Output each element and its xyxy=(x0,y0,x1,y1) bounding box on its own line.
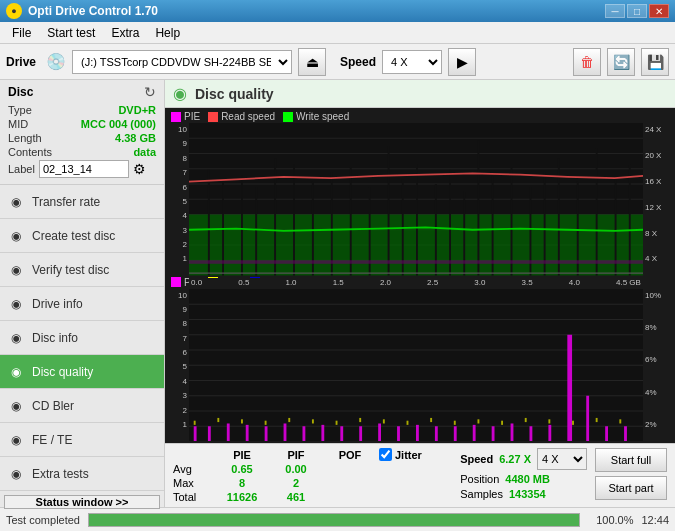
menu-extra[interactable]: Extra xyxy=(103,24,147,42)
svg-rect-50 xyxy=(208,426,211,441)
sidebar-item-label: Disc quality xyxy=(32,365,93,379)
svg-rect-72 xyxy=(624,426,627,441)
col-header-pif: PIF xyxy=(271,449,321,461)
sidebar-item-fe-te[interactable]: ◉ FE / TE xyxy=(0,423,164,457)
stats-table-container: PIE PIF POF Jitter Avg 0.65 0.00 xyxy=(173,448,452,503)
status-bar: Test completed 100.0% 12:44 xyxy=(0,507,675,531)
max-label: Max xyxy=(173,477,213,489)
disc-quality-title: Disc quality xyxy=(195,86,274,102)
drive-label: Drive xyxy=(6,55,36,69)
svg-rect-70 xyxy=(586,395,589,441)
svg-rect-63 xyxy=(454,426,457,441)
save-button[interactable]: 💾 xyxy=(641,48,669,76)
speed-value: 6.27 X xyxy=(499,453,531,465)
svg-rect-64 xyxy=(473,424,476,441)
menu-file[interactable]: File xyxy=(4,24,39,42)
speed-select[interactable]: 4 X xyxy=(382,50,442,74)
chart1-xaxis-6: 3.0 xyxy=(474,278,485,287)
chart1-xaxis-8: 4.0 xyxy=(569,278,580,287)
stats-area: PIE PIF POF Jitter Avg 0.65 0.00 xyxy=(165,443,675,507)
avg-pie: 0.65 xyxy=(217,463,267,475)
jitter-checkbox[interactable] xyxy=(379,448,392,461)
svg-rect-11 xyxy=(208,170,210,276)
svg-rect-71 xyxy=(605,426,608,441)
svg-rect-85 xyxy=(477,419,479,423)
disc-label-input[interactable] xyxy=(39,160,129,178)
chart1: 10 9 8 7 6 5 4 3 2 1 xyxy=(167,123,673,276)
disc-refresh-icon[interactable]: ↻ xyxy=(144,84,156,100)
maximize-button[interactable]: □ xyxy=(627,4,647,18)
svg-rect-52 xyxy=(246,424,249,441)
svg-rect-73 xyxy=(194,420,196,424)
refresh-button[interactable]: 🔄 xyxy=(607,48,635,76)
drive-select[interactable]: (J:) TSSTcorp CDDVDW SH-224BB SB01 xyxy=(72,50,292,74)
progress-container xyxy=(88,513,580,527)
sidebar-item-cd-bler[interactable]: ◉ CD Bler xyxy=(0,389,164,423)
svg-rect-15 xyxy=(274,158,276,275)
erase-button[interactable]: 🗑 xyxy=(573,48,601,76)
sidebar-item-create-test-disc[interactable]: ◉ Create test disc xyxy=(0,219,164,253)
sidebar-item-disc-info[interactable]: ◉ Disc info xyxy=(0,321,164,355)
drive-eject-button[interactable]: ⏏ xyxy=(298,48,326,76)
progress-percent: 100.0% xyxy=(588,514,633,526)
charts-area: PIE Read speed Write speed 10 9 xyxy=(165,108,675,443)
svg-rect-87 xyxy=(525,417,527,421)
sidebar-item-label: Create test disc xyxy=(32,229,115,243)
sidebar-item-verify-test-disc[interactable]: ◉ Verify test disc xyxy=(0,253,164,287)
chart1-xaxis-0: 0.0 xyxy=(191,278,202,287)
speed-apply-button[interactable]: ▶ xyxy=(448,48,476,76)
menu-bar: File Start test Extra Help xyxy=(0,22,675,44)
jitter-checkbox-container: Jitter xyxy=(379,448,422,461)
disc-length-label: Length xyxy=(8,132,42,144)
disc-type-value: DVD+R xyxy=(118,104,156,116)
action-buttons: Start full Start part xyxy=(595,448,667,500)
close-button[interactable]: ✕ xyxy=(649,4,669,18)
disc-label-icon[interactable]: ⚙ xyxy=(133,161,146,177)
sidebar-item-extra-tests[interactable]: ◉ Extra tests xyxy=(0,457,164,491)
sidebar-item-disc-quality[interactable]: ◉ Disc quality xyxy=(0,355,164,389)
svg-rect-55 xyxy=(303,426,306,441)
svg-rect-53 xyxy=(265,426,268,441)
svg-rect-80 xyxy=(359,417,361,421)
status-window-button[interactable]: Status window >> xyxy=(4,495,160,509)
avg-label: Avg xyxy=(173,463,213,475)
svg-rect-57 xyxy=(340,426,343,441)
svg-rect-51 xyxy=(227,423,230,441)
start-part-button[interactable]: Start part xyxy=(595,476,667,500)
svg-rect-19 xyxy=(350,168,352,276)
svg-rect-34 xyxy=(596,149,598,276)
start-full-button[interactable]: Start full xyxy=(595,448,667,472)
sidebar-item-drive-info[interactable]: ◉ Drive info xyxy=(0,287,164,321)
fe-te-icon: ◉ xyxy=(8,432,24,448)
svg-rect-16 xyxy=(293,164,295,275)
chart2-yaxis-right: 10% 8% 6% 4% 2% xyxy=(643,289,673,442)
svg-rect-61 xyxy=(416,424,419,441)
svg-rect-77 xyxy=(288,417,290,421)
max-pif: 2 xyxy=(271,477,321,489)
svg-rect-89 xyxy=(572,420,574,424)
svg-rect-59 xyxy=(378,423,381,441)
chart2-yaxis-left: 10 9 8 7 6 5 4 3 2 1 xyxy=(167,289,189,442)
svg-rect-27 xyxy=(477,141,479,276)
speed-label: Speed xyxy=(340,55,376,69)
nav-items: ◉ Transfer rate ◉ Create test disc ◉ Ver… xyxy=(0,185,164,491)
sidebar-item-transfer-rate[interactable]: ◉ Transfer rate xyxy=(0,185,164,219)
sidebar-item-label: Drive info xyxy=(32,297,83,311)
svg-rect-67 xyxy=(530,426,533,441)
disc-mid-label: MID xyxy=(8,118,28,130)
speed-select-stats[interactable]: 4 X xyxy=(537,448,587,470)
status-text: Test completed xyxy=(6,514,80,526)
chart1-xaxis-1: 0.5 xyxy=(238,278,249,287)
menu-start-test[interactable]: Start test xyxy=(39,24,103,42)
col-header-pof: POF xyxy=(325,449,375,461)
menu-help[interactable]: Help xyxy=(147,24,188,42)
disc-info-panel: Disc ↻ Type DVD+R MID MCC 004 (000) Leng… xyxy=(0,80,164,185)
minimize-button[interactable]: ─ xyxy=(605,4,625,18)
sidebar: Disc ↻ Type DVD+R MID MCC 004 (000) Leng… xyxy=(0,80,165,507)
transfer-rate-icon: ◉ xyxy=(8,194,24,210)
samples-label: Samples xyxy=(460,488,503,500)
svg-rect-60 xyxy=(397,426,400,441)
chart2-wrapper: PIF Jitter POF 10 9 8 xyxy=(167,276,673,442)
chart1-wrapper: PIE Read speed Write speed 10 9 xyxy=(167,110,673,276)
legend-pie-label: PIE xyxy=(184,111,200,122)
